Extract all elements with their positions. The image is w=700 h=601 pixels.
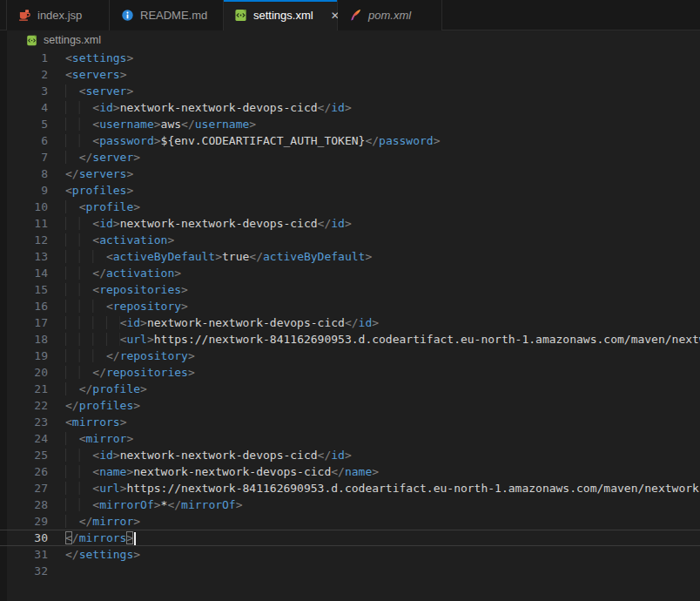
line-number: 22 (0, 397, 65, 414)
line-number: 18 (0, 331, 65, 348)
line-number: 10 (0, 199, 65, 215)
line-number: 21 (0, 381, 65, 397)
editor[interactable]: 1<settings>2<servers>3 <server>4 <id>nex… (0, 50, 700, 600)
breadcrumb[interactable]: settings.xml (0, 30, 700, 50)
line-number: 28 (0, 496, 65, 513)
line-content: <password>${env.CODEARTIFACT_AUTH_TOKEN}… (65, 132, 700, 149)
code-line[interactable]: 32 (0, 563, 700, 579)
code-line[interactable]: 6 <password>${env.CODEARTIFACT_AUTH_TOKE… (0, 132, 700, 149)
code-line[interactable]: 23<mirrors> (0, 414, 700, 430)
code-line[interactable]: 29 </mirror> (0, 513, 700, 530)
line-number: 15 (0, 281, 65, 298)
line-number: 19 (0, 348, 65, 364)
line-content: <activeByDefault>true</activeByDefault> (65, 248, 700, 265)
line-number: 11 (0, 215, 65, 232)
line-content: <name>nextwork-nextwork-devops-cicd</nam… (65, 463, 700, 480)
line-number: 16 (0, 298, 65, 314)
line-content: </mirrors> (65, 530, 700, 546)
line-number: 6 (0, 132, 65, 149)
tab-settings-xml[interactable]: settings.xml ✕ (224, 0, 338, 30)
line-content: <servers> (65, 66, 700, 83)
code-line[interactable]: 5 <username>aws</username> (0, 116, 700, 132)
code-lines: 1<settings>2<servers>3 <server>4 <id>nex… (0, 50, 700, 579)
line-number: 14 (0, 265, 65, 281)
code-line[interactable]: 30</mirrors> (0, 530, 700, 546)
line-number: 1 (0, 50, 65, 66)
text-cursor (134, 532, 136, 545)
line-content: <url>https://nextwork-841162690953.d.cod… (65, 331, 700, 348)
line-content: <repositories> (65, 281, 700, 298)
tab-label: pom.xml (368, 9, 411, 22)
line-number: 4 (0, 99, 65, 116)
line-content: <mirrorOf>*</mirrorOf> (65, 496, 700, 513)
code-line[interactable]: 21 </profile> (0, 381, 700, 397)
code-line[interactable]: 4 <id>nextwork-nextwork-devops-cicd</id> (0, 99, 700, 116)
line-content: <profiles> (65, 182, 700, 199)
code-line[interactable]: 22</profiles> (0, 397, 700, 414)
line-number: 25 (0, 447, 65, 463)
code-line[interactable]: 19 </repository> (0, 348, 700, 364)
tab-pom-xml[interactable]: pom.xml (338, 0, 442, 30)
line-content: </profiles> (65, 397, 700, 414)
code-line[interactable]: 31</settings> (0, 546, 700, 563)
line-number: 30 (0, 530, 65, 546)
code-line[interactable]: 28 <mirrorOf>*</mirrorOf> (0, 496, 700, 513)
line-number: 29 (0, 513, 65, 530)
line-content: </profile> (65, 381, 700, 397)
maven-feather-icon (348, 9, 362, 23)
line-content: <id>nextwork-nextwork-devops-cicd</id> (65, 215, 700, 232)
code-line[interactable]: 14 </activation> (0, 265, 700, 281)
code-line[interactable]: 17 <id>nextwork-nextwork-devops-cicd</id… (0, 314, 700, 331)
code-line[interactable]: 2<servers> (0, 66, 700, 83)
code-line[interactable]: 27 <url>https://nextwork-841162690953.d.… (0, 480, 700, 496)
line-number: 17 (0, 314, 65, 331)
line-content: </settings> (65, 546, 700, 563)
tab-label: index.jsp (37, 9, 82, 22)
vscode-window: index.jsp README.md (0, 0, 700, 601)
line-content: </server> (65, 149, 700, 165)
line-number: 27 (0, 480, 65, 496)
tab-label: README.md (140, 9, 207, 22)
line-content: </repository> (65, 348, 700, 364)
code-line[interactable]: 25 <id>nextwork-nextwork-devops-cicd</id… (0, 447, 700, 463)
line-number: 26 (0, 463, 65, 480)
line-content: <repository> (65, 298, 700, 314)
code-line[interactable]: 26 <name>nextwork-nextwork-devops-cicd</… (0, 463, 700, 480)
line-number: 7 (0, 149, 65, 165)
line-number: 2 (0, 66, 65, 83)
line-number: 9 (0, 182, 65, 199)
code-line[interactable]: 3 <server> (0, 83, 700, 99)
code-line[interactable]: 7 </server> (0, 149, 700, 165)
line-content: <id>nextwork-nextwork-devops-cicd</id> (65, 314, 700, 331)
code-line[interactable]: 10 <profile> (0, 199, 700, 215)
code-line[interactable]: 13 <activeByDefault>true</activeByDefaul… (0, 248, 700, 265)
line-number: 5 (0, 116, 65, 132)
code-line[interactable]: 9<profiles> (0, 182, 700, 199)
line-number: 20 (0, 364, 65, 381)
code-line[interactable]: 24 <mirror> (0, 430, 700, 447)
line-content: <server> (65, 83, 700, 99)
line-number: 23 (0, 414, 65, 430)
code-line[interactable]: 15 <repositories> (0, 281, 700, 298)
line-content: <id>nextwork-nextwork-devops-cicd</id> (65, 447, 700, 463)
line-content: <activation> (65, 232, 700, 248)
tab-label: settings.xml (253, 9, 313, 22)
code-line[interactable]: 8</servers> (0, 165, 700, 182)
code-line[interactable]: 11 <id>nextwork-nextwork-devops-cicd</id… (0, 215, 700, 232)
line-content: <url>https://nextwork-841162690953.d.cod… (65, 480, 700, 496)
tab-readme-md[interactable]: README.md (110, 0, 224, 30)
tab-index-jsp[interactable]: index.jsp (6, 0, 110, 30)
xml-file-icon (24, 33, 38, 47)
line-content: <settings> (65, 50, 700, 66)
line-number: 24 (0, 430, 65, 447)
code-line[interactable]: 18 <url>https://nextwork-841162690953.d.… (0, 331, 700, 348)
line-content: <id>nextwork-nextwork-devops-cicd</id> (65, 99, 700, 116)
line-number: 12 (0, 232, 65, 248)
code-line[interactable]: 20 </repositories> (0, 364, 700, 381)
code-line[interactable]: 12 <activation> (0, 232, 700, 248)
code-line[interactable]: 16 <repository> (0, 298, 700, 314)
line-content: </servers> (65, 165, 700, 182)
line-content (65, 563, 700, 579)
line-number: 8 (0, 165, 65, 182)
code-line[interactable]: 1<settings> (0, 50, 700, 66)
